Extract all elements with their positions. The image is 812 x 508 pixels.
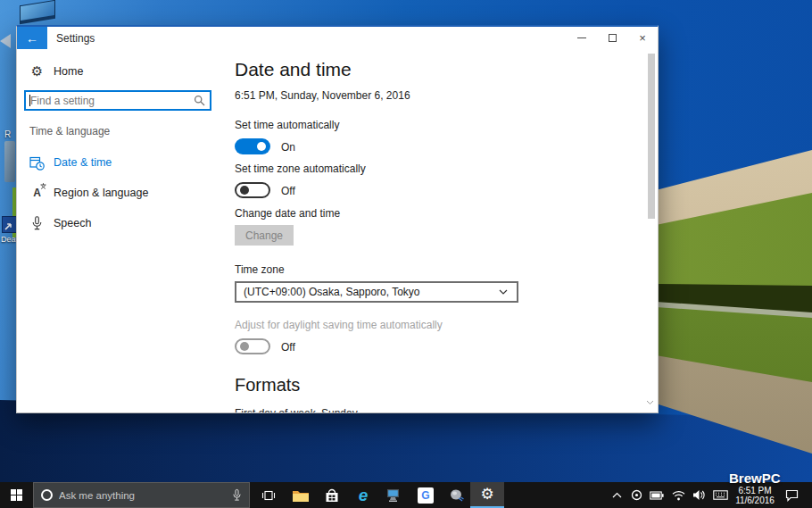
- screen: R Dea ← Settings × ⚙ Home: [0, 0, 812, 508]
- clock-time: 6:51 PM: [738, 486, 771, 496]
- settings-search-box: [24, 90, 211, 111]
- chevron-up-icon: [612, 492, 622, 498]
- computer-app-button[interactable]: [379, 482, 410, 508]
- tray-location-button[interactable]: [628, 482, 644, 508]
- scrollbar-down-icon[interactable]: [646, 400, 654, 405]
- task-view-icon: [261, 489, 276, 502]
- settings-window: ← Settings × ⚙ Home Time & language: [16, 25, 659, 413]
- tray-volume-button[interactable]: [690, 482, 708, 508]
- caption-buttons: ×: [567, 27, 658, 49]
- page-title: Date and time: [235, 59, 352, 80]
- sidebar-item-region-language[interactable]: A Region & language: [24, 182, 225, 204]
- clock-date: 11/6/2016: [735, 496, 775, 505]
- tray-battery-button[interactable]: [648, 482, 666, 508]
- change-section-label: Change date and time: [235, 207, 340, 220]
- desktop-icon-fragment: [0, 34, 11, 48]
- wifi-icon: [672, 490, 685, 501]
- internet-explorer-button[interactable]: e: [348, 482, 378, 508]
- taskbar-search-box: [33, 482, 250, 508]
- internet-explorer-icon: e: [359, 486, 369, 505]
- file-explorer-icon: [292, 488, 310, 503]
- toggle-knob: [240, 186, 249, 195]
- sidebar-item-speech[interactable]: Speech: [24, 212, 225, 234]
- dst-state: Off: [281, 341, 295, 354]
- home-label: Home: [54, 65, 83, 78]
- sidebar-item-date-time[interactable]: Date & time: [24, 152, 225, 173]
- task-view-button[interactable]: [255, 482, 282, 508]
- tray-clock[interactable]: 6:51 PM 11/6/2016: [732, 482, 778, 508]
- home-gear-icon: ⚙: [29, 63, 45, 79]
- desktop-icon-label-dea: Dea: [1, 235, 16, 244]
- close-icon: ×: [639, 32, 646, 44]
- desktop-icon-sliver[interactable]: [4, 141, 15, 182]
- cortana-icon[interactable]: [41, 489, 53, 501]
- file-explorer-button[interactable]: [286, 482, 316, 508]
- sidebar-item-label: Date & time: [54, 156, 112, 169]
- store-icon: [324, 487, 340, 504]
- set-timezone-state: Off: [281, 185, 295, 197]
- first-day-value: Sunday: [321, 407, 358, 413]
- speaker-icon: [692, 489, 705, 501]
- target-circle-icon: [631, 489, 642, 501]
- first-day-label: First day of week: [235, 407, 316, 413]
- set-timezone-toggle[interactable]: [235, 182, 270, 198]
- tray-wifi-button[interactable]: [669, 482, 687, 508]
- current-datetime: 6:51 PM, Sunday, November 6, 2016: [235, 89, 410, 102]
- change-button[interactable]: Change: [235, 225, 294, 246]
- set-time-label: Set time automatically: [235, 119, 339, 131]
- settings-gear-icon: ⚙: [480, 487, 493, 502]
- google-icon: G: [418, 487, 434, 504]
- back-button[interactable]: ←: [17, 27, 47, 49]
- battery-icon: [650, 491, 664, 500]
- device-app-button[interactable]: [442, 482, 472, 508]
- start-button[interactable]: [0, 482, 32, 508]
- sidebar-item-label: Speech: [54, 217, 91, 229]
- google-app-button[interactable]: G: [410, 482, 441, 508]
- shortcut-arrow-icon: [4, 222, 12, 230]
- timezone-section-label: Time zone: [235, 263, 285, 276]
- dst-toggle: [235, 338, 270, 354]
- action-center-button[interactable]: [782, 482, 801, 508]
- text-caret: [29, 95, 30, 106]
- keyboard-icon: [713, 490, 728, 500]
- windows-logo-icon: [11, 489, 22, 501]
- sidebar-item-home[interactable]: ⚙ Home: [24, 61, 225, 82]
- search-icon[interactable]: [194, 95, 205, 106]
- sidebar-item-label: Region & language: [54, 187, 148, 199]
- date-time-icon: [29, 155, 45, 171]
- sidebar-section-label: Time & language: [29, 125, 110, 137]
- dst-label: Adjust for daylight saving time automati…: [235, 319, 443, 331]
- close-button[interactable]: ×: [627, 27, 658, 49]
- taskbar-search-input[interactable]: [59, 490, 226, 501]
- settings-app-button[interactable]: ⚙: [470, 482, 504, 508]
- microphone-icon: [29, 216, 45, 230]
- taskbar: e G ⚙: [0, 482, 812, 508]
- toggle-knob: [240, 342, 249, 351]
- scrollbar-thumb[interactable]: [648, 54, 655, 219]
- set-time-state: On: [281, 141, 295, 154]
- settings-search-input[interactable]: [26, 95, 194, 107]
- tray-keyboard-button[interactable]: [710, 482, 730, 508]
- timezone-dropdown[interactable]: (UTC+09:00) Osaka, Sapporo, Tokyo: [235, 281, 518, 303]
- search-mic-icon[interactable]: [232, 488, 242, 502]
- chevron-down-icon: [499, 289, 508, 295]
- maximize-button[interactable]: [597, 27, 627, 49]
- set-timezone-label: Set time zone automatically: [235, 162, 366, 175]
- set-time-toggle[interactable]: [235, 138, 270, 154]
- action-center-icon: [785, 489, 799, 502]
- tray-show-hidden-button[interactable]: [609, 482, 625, 508]
- monitor-icon: [385, 487, 403, 504]
- minimize-icon: [577, 37, 586, 38]
- minimize-button[interactable]: [567, 27, 597, 49]
- back-arrow-icon: ←: [26, 31, 38, 46]
- region-language-icon: A: [29, 187, 45, 199]
- toggle-knob: [257, 142, 266, 151]
- maximize-icon: [609, 34, 617, 42]
- timezone-value: (UTC+09:00) Osaka, Sapporo, Tokyo: [244, 286, 420, 298]
- desktop-shortcut-icon[interactable]: [2, 216, 17, 233]
- pc-name-watermark: BrewPC: [729, 471, 781, 486]
- desktop-icon-label-r: R: [4, 129, 11, 139]
- device-app-icon: [449, 488, 465, 503]
- store-button[interactable]: [317, 482, 347, 508]
- formats-title: Formats: [235, 375, 300, 396]
